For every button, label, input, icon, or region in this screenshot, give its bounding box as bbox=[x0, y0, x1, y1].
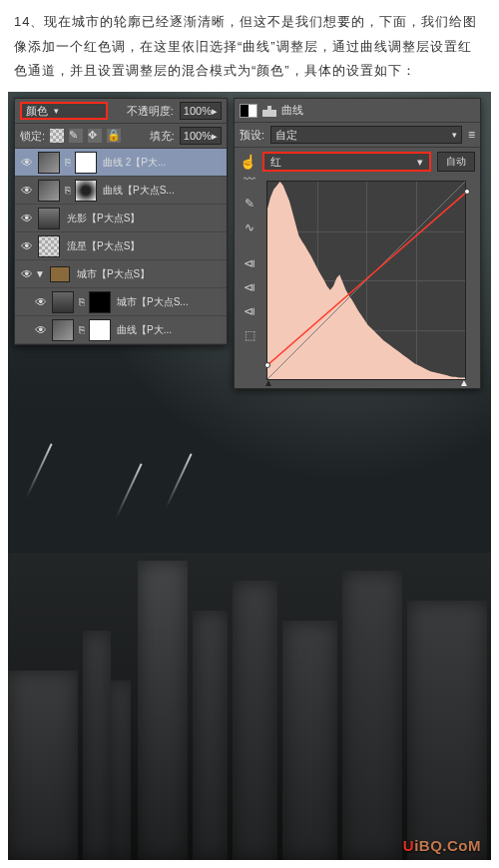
layers-lock-row: 锁定: ✎ ✥ 🔒 填充: 100%▸ bbox=[15, 124, 227, 149]
visibility-icon[interactable]: 👁 bbox=[19, 211, 35, 226]
layer-row[interactable]: 👁 ⎘ 城市【P大点S... bbox=[15, 288, 227, 316]
visibility-icon[interactable]: 👁 bbox=[19, 266, 35, 282]
layer-name: 光影【P大点S】 bbox=[67, 212, 223, 225]
channel-row: ☝ 红 ▾ 自动 bbox=[235, 148, 480, 176]
eyedropper-white-icon[interactable]: ⧏ bbox=[241, 302, 258, 320]
folder-toggle-icon[interactable]: ▼ bbox=[35, 268, 45, 279]
blend-mode-value: 颜色 bbox=[26, 104, 48, 119]
eyedropper-gray-icon[interactable]: ⧏ bbox=[241, 278, 258, 296]
layer-row[interactable]: 👁 ⎘ 曲线 2【P大... bbox=[15, 149, 227, 177]
building bbox=[233, 581, 277, 860]
link-icon: ⎘ bbox=[77, 324, 87, 335]
channel-select[interactable]: 红 ▾ bbox=[262, 152, 431, 172]
mask-thumb[interactable] bbox=[89, 319, 111, 341]
adjustments-icon bbox=[240, 104, 257, 118]
chevron-down-icon: ▸ bbox=[212, 130, 218, 143]
chevron-down-icon: ▾ bbox=[54, 106, 59, 116]
eyedropper-black-icon[interactable]: ⧏ bbox=[241, 254, 258, 272]
building bbox=[8, 670, 78, 860]
chevron-down-icon: ▸ bbox=[212, 105, 218, 118]
opacity-label: 不透明度: bbox=[127, 104, 174, 119]
layer-name: 曲线 2【P大... bbox=[103, 156, 223, 170]
curve-point-highlight[interactable] bbox=[464, 189, 470, 195]
folder-icon bbox=[50, 266, 70, 282]
layer-name: 曲线【P大... bbox=[117, 323, 223, 337]
fill-label: 填充: bbox=[150, 129, 175, 144]
layer-thumb bbox=[52, 291, 74, 313]
adj-thumb-icon bbox=[52, 319, 74, 341]
mask-thumb[interactable] bbox=[75, 152, 97, 174]
smooth-icon[interactable]: ∿ bbox=[241, 218, 258, 236]
layers-panel: 颜色 ▾ 不透明度: 100%▸ 锁定: ✎ ✥ 🔒 填充: 100%▸ 👁 ⎘… bbox=[14, 98, 228, 345]
layers-blend-row: 颜色 ▾ 不透明度: 100%▸ bbox=[15, 99, 227, 124]
curve-graph[interactable]: ▲ ▲ bbox=[266, 181, 466, 380]
link-icon: ⎘ bbox=[63, 157, 73, 168]
visibility-icon[interactable]: 👁 bbox=[19, 183, 35, 199]
layer-row[interactable]: 👁 光影【P大点S】 bbox=[15, 205, 227, 232]
building bbox=[138, 561, 188, 860]
panel-menu-icon[interactable]: ≡ bbox=[468, 128, 475, 142]
preset-label: 预设: bbox=[240, 128, 264, 143]
blend-mode-select[interactable]: 颜色 ▾ bbox=[20, 102, 108, 120]
layer-name: 城市【P大点S... bbox=[117, 295, 223, 309]
curve-line bbox=[267, 182, 465, 379]
curves-header: 曲线 bbox=[235, 99, 480, 123]
histogram-icon bbox=[262, 105, 276, 117]
opacity-field[interactable]: 100%▸ bbox=[180, 102, 222, 120]
white-slider[interactable]: ▲ bbox=[459, 377, 469, 388]
visibility-icon[interactable]: 👁 bbox=[33, 322, 49, 338]
curve-point-shadow[interactable] bbox=[264, 362, 270, 368]
lock-trans-icon[interactable] bbox=[50, 129, 64, 143]
svg-line-1 bbox=[267, 182, 465, 379]
clip-icon[interactable]: ⬚ bbox=[241, 326, 258, 344]
curve-side-tools: 〰 ✎ ∿ ⧏ ⧏ ⧏ ⬚ bbox=[241, 171, 258, 344]
point-curve-icon[interactable]: 〰 bbox=[241, 171, 258, 189]
auto-button[interactable]: 自动 bbox=[437, 152, 475, 172]
hand-tool-icon[interactable]: ☝ bbox=[240, 154, 256, 170]
lock-move-icon[interactable]: ✥ bbox=[88, 129, 102, 143]
instruction-text: 14、现在城市的轮廓已经逐渐清晰，但这不是我们想要的，下面，我们给图像添加一个红… bbox=[0, 0, 499, 92]
curves-title: 曲线 bbox=[281, 103, 303, 118]
building bbox=[282, 621, 337, 860]
image-canvas: 颜色 ▾ 不透明度: 100%▸ 锁定: ✎ ✥ 🔒 填充: 100%▸ 👁 ⎘… bbox=[8, 92, 491, 860]
chevron-down-icon: ▾ bbox=[417, 156, 423, 169]
layer-row[interactable]: 👁 ⎘ 曲线【P大点S... bbox=[15, 177, 227, 205]
svg-line-2 bbox=[267, 194, 465, 365]
building bbox=[407, 601, 487, 860]
visibility-icon[interactable]: 👁 bbox=[19, 238, 35, 254]
visibility-icon[interactable]: 👁 bbox=[19, 155, 35, 171]
lock-paint-icon[interactable]: ✎ bbox=[69, 129, 83, 143]
layer-name: 曲线【P大点S... bbox=[103, 184, 223, 198]
layer-name: 流星【P大点S】 bbox=[67, 239, 223, 253]
fill-field[interactable]: 100%▸ bbox=[180, 127, 222, 145]
adj-thumb-icon bbox=[38, 152, 60, 174]
visibility-icon[interactable]: 👁 bbox=[33, 294, 49, 310]
layer-group-row[interactable]: 👁 ▼ 城市【P大点S】 bbox=[15, 260, 227, 288]
layer-thumb bbox=[38, 235, 60, 257]
building bbox=[193, 611, 228, 860]
lock-label: 锁定: bbox=[20, 129, 45, 144]
curves-panel: 曲线 预设: 自定 ▾ ≡ ☝ 红 ▾ 自动 〰 ✎ ∿ ⧏ ⧏ ⧏ ⬚ bbox=[234, 98, 481, 389]
layer-name: 城市【P大点S】 bbox=[77, 267, 223, 281]
pencil-curve-icon[interactable]: ✎ bbox=[241, 195, 258, 213]
layer-thumb bbox=[38, 208, 60, 229]
black-slider[interactable]: ▲ bbox=[263, 377, 273, 388]
chevron-down-icon: ▾ bbox=[452, 130, 457, 140]
mask-thumb[interactable] bbox=[89, 291, 111, 313]
building bbox=[83, 631, 111, 860]
adj-thumb-icon bbox=[38, 180, 60, 202]
building bbox=[342, 571, 402, 860]
layer-list: 👁 ⎘ 曲线 2【P大... 👁 ⎘ 曲线【P大点S... 👁 光影【P大点S】… bbox=[15, 149, 227, 344]
preset-select[interactable]: 自定 ▾ bbox=[270, 126, 462, 144]
link-icon: ⎘ bbox=[77, 296, 87, 307]
link-icon: ⎘ bbox=[63, 185, 73, 196]
watermark: UiBQ.CoM bbox=[403, 837, 481, 854]
mask-thumb[interactable] bbox=[75, 180, 97, 202]
preset-row: 预设: 自定 ▾ ≡ bbox=[235, 123, 480, 148]
building bbox=[111, 680, 131, 860]
lock-all-icon[interactable]: 🔒 bbox=[107, 129, 121, 143]
layer-row[interactable]: 👁 ⎘ 曲线【P大... bbox=[15, 316, 227, 344]
layer-row[interactable]: 👁 流星【P大点S】 bbox=[15, 232, 227, 260]
